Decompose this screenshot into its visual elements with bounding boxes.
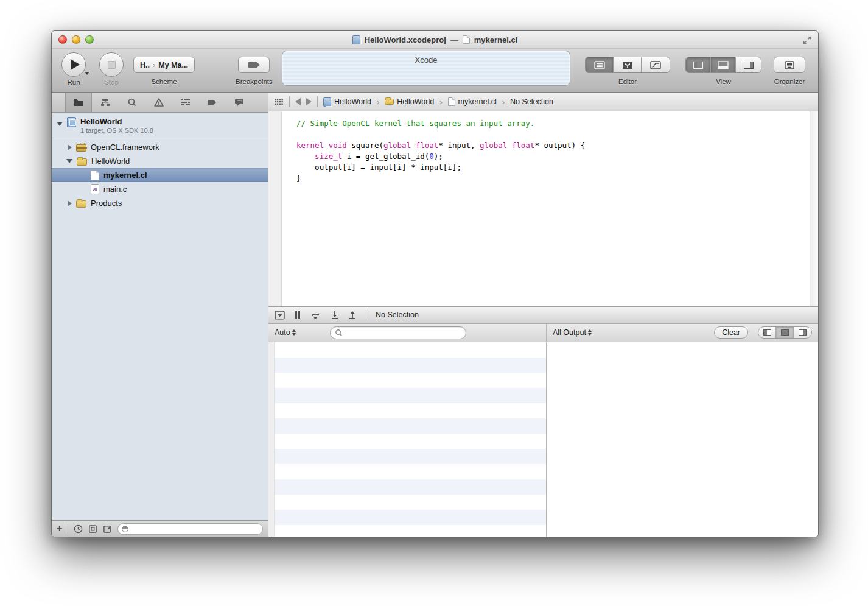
disclosure-triangle[interactable] (68, 144, 72, 150)
search-icon (127, 98, 137, 107)
console-only-icon (799, 329, 807, 336)
utilities-panel-icon (744, 62, 754, 69)
scheme-chevron: › (153, 60, 155, 69)
tree-row-selected-file[interactable]: mykernel.cl (52, 168, 268, 182)
debug-status: No Selection (376, 311, 419, 319)
console-output[interactable] (547, 342, 818, 537)
step-out-button[interactable] (348, 311, 357, 319)
breadcrumb-separator: › (377, 97, 379, 107)
tree-row-products[interactable]: Products (52, 196, 268, 210)
warning-triangle-icon (154, 98, 164, 107)
project-file-icon (352, 35, 360, 44)
editor-scrollbar[interactable] (810, 111, 818, 306)
scope-popup[interactable]: Auto (275, 328, 296, 337)
scheme-selector[interactable]: H.. › My Ma... (133, 57, 195, 73)
tree-item-label: main.c (103, 185, 127, 194)
run-label: Run (67, 79, 80, 86)
forward-button[interactable] (306, 98, 312, 105)
tree-row-group[interactable]: HelloWorld (52, 154, 268, 168)
search-navigator-tab[interactable] (119, 93, 145, 112)
breakpoint-gutter[interactable] (268, 111, 282, 306)
variables-view[interactable] (268, 342, 547, 537)
output-filter-popup[interactable]: All Output (553, 328, 592, 337)
organizer-icon (784, 61, 795, 69)
log-bubble-icon (234, 98, 244, 107)
title-separator: — (450, 35, 458, 44)
issue-navigator-tab[interactable] (145, 93, 172, 112)
run-button[interactable] (61, 52, 86, 77)
unsaved-files-icon[interactable] (103, 524, 112, 534)
variables-and-console-button[interactable] (776, 327, 794, 338)
c-file-icon: .c (91, 184, 99, 194)
clear-console-button[interactable]: Clear (714, 326, 748, 339)
breadcrumb-selection[interactable]: No Selection (510, 97, 553, 106)
related-items-icon[interactable] (274, 98, 284, 105)
back-button[interactable] (295, 98, 301, 105)
window-title: HelloWorld.xcodeproj — mykernel.cl (352, 35, 518, 44)
tree-row-framework[interactable]: OpenCL.framework (52, 140, 268, 154)
breadcrumb-separator: › (502, 97, 505, 107)
organizer-label: Organizer (774, 78, 805, 85)
minimize-button[interactable] (72, 35, 80, 44)
navigator-filter-field[interactable] (117, 523, 263, 535)
breadcrumb-file[interactable]: mykernel.cl (448, 97, 497, 106)
disclosure-triangle[interactable] (68, 200, 72, 206)
tree-item-label: HelloWorld (91, 157, 130, 166)
source-editor[interactable]: // Simple OpenCL kernel that squares an … (268, 111, 818, 306)
variables-and-console-icon (781, 329, 789, 336)
stop-button[interactable] (99, 52, 124, 77)
scm-status-icon[interactable] (88, 524, 97, 534)
code-text[interactable]: // Simple OpenCL kernel that squares an … (282, 111, 818, 306)
variables-only-button[interactable] (758, 327, 776, 338)
view-segmented-control (685, 57, 761, 73)
log-navigator-tab[interactable] (226, 93, 253, 112)
toggle-navigator-button[interactable] (686, 57, 711, 72)
variables-only-icon (763, 329, 771, 336)
breakpoints-button[interactable] (238, 57, 270, 73)
breadcrumb-project[interactable]: HelloWorld (323, 97, 371, 107)
folder-icon (385, 99, 394, 105)
variables-list[interactable] (275, 342, 546, 537)
toggle-utilities-button[interactable] (736, 57, 761, 72)
disclosure-triangle[interactable] (57, 122, 63, 126)
breadcrumb-group[interactable]: HelloWorld (385, 97, 434, 106)
editor-group-label: Editor (618, 78, 637, 85)
assistant-editor-button[interactable] (614, 57, 642, 72)
standard-editor-button[interactable] (586, 57, 614, 72)
file-icon (448, 97, 455, 106)
disclosure-triangle[interactable] (66, 159, 72, 163)
divider (289, 96, 290, 107)
search-input[interactable] (346, 328, 461, 337)
breakpoints-label: Breakpoints (236, 78, 273, 85)
assistant-editor-icon (622, 61, 633, 69)
console-only-button[interactable] (794, 327, 811, 338)
file-icon (91, 170, 99, 180)
variables-search-field[interactable] (330, 326, 466, 339)
tree-item-label: mykernel.cl (103, 171, 147, 180)
toggle-debug-area-button[interactable] (711, 57, 736, 72)
organizer-button[interactable] (774, 57, 805, 73)
hide-debug-area-button[interactable] (275, 311, 285, 320)
title-bar[interactable]: HelloWorld.xcodeproj — mykernel.cl (52, 31, 818, 49)
zoom-button[interactable] (85, 35, 94, 44)
tree-item-label: OpenCL.framework (91, 143, 159, 152)
recent-files-icon[interactable] (74, 524, 83, 534)
breakpoint-navigator-tab[interactable] (199, 93, 226, 112)
symbol-navigator-tab[interactable] (92, 93, 119, 112)
add-button[interactable]: + (57, 524, 62, 534)
project-navigator-tab[interactable] (65, 93, 92, 112)
project-icon (323, 97, 331, 107)
tree-item-label: Products (91, 199, 122, 208)
close-button[interactable] (58, 35, 67, 44)
step-into-button[interactable] (331, 311, 339, 319)
tree-row-file[interactable]: .c main.c (52, 182, 268, 196)
debug-navigator-tab[interactable] (172, 93, 199, 112)
step-over-button[interactable] (310, 311, 321, 319)
pause-button[interactable] (294, 311, 301, 319)
fullscreen-icon[interactable] (802, 35, 812, 45)
version-editor-button[interactable] (642, 57, 670, 72)
toolbar: Run Stop H.. › My Ma... Scheme Breakpoin… (52, 49, 818, 93)
breakpoint-icon (248, 62, 260, 68)
traffic-lights (58, 35, 94, 44)
project-row[interactable]: HelloWorld 1 target, OS X SDK 10.8 (52, 116, 268, 138)
